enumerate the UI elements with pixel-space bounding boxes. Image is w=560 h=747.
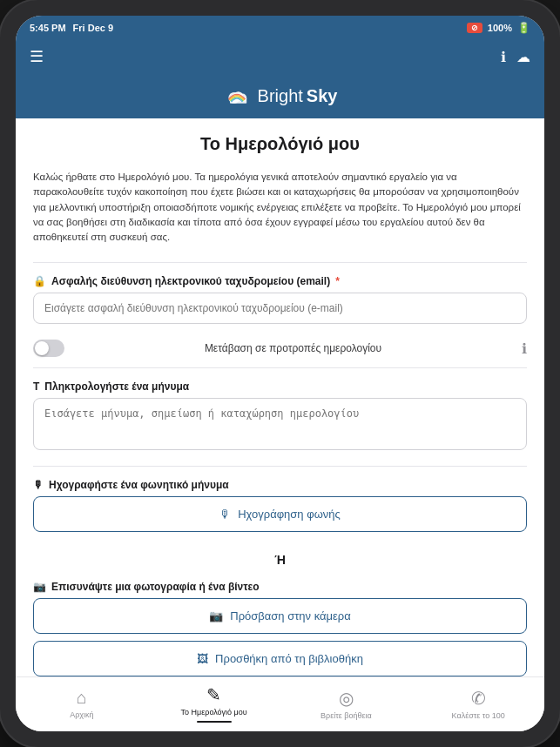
camera-button-icon: 📷 (209, 609, 223, 622)
divider-1 (33, 262, 527, 263)
email-section: 🔒 Ασφαλής διεύθυνση ηλεκτρονικού ταχυδρο… (16, 266, 544, 333)
call-icon: ✆ (471, 688, 486, 709)
or-text: Ή (274, 553, 286, 567)
app-title-sky: Sky (307, 86, 338, 106)
app-header: Bright Sky (16, 73, 544, 118)
library-button-icon: 🖼 (197, 652, 208, 665)
status-bar: 5:45 PM Fri Dec 9 ⊘ 100% 🔋 (16, 16, 544, 40)
menu-icon[interactable]: ☰ (30, 47, 44, 66)
info-nav-icon[interactable]: ℹ (501, 49, 506, 65)
mic-button-icon: 🎙 (219, 508, 231, 521)
cloud-nav-icon[interactable]: ☁ (516, 49, 530, 65)
app-title-bright: Bright (258, 86, 303, 106)
photo-section: 📷 Επισυνάψτε μια φωτογραφία ή ένα βίντεο… (16, 572, 544, 676)
status-right: ⊘ 100% 🔋 (467, 22, 530, 34)
lock-icon: 🔒 (33, 275, 46, 287)
tab-home-label: Αρχική (70, 710, 93, 719)
camera-button[interactable]: 📷 Πρόσβαση στην κάμερα (33, 598, 527, 634)
page-title: Το Ημερολόγιό μου (16, 118, 544, 163)
battery-percent: 100% (488, 23, 512, 33)
battery-badge: ⊘ (467, 23, 482, 33)
tab-call-label: Καλέστε το 100 (452, 711, 505, 720)
diary-toggle[interactable] (33, 340, 64, 357)
divider-3 (33, 466, 527, 467)
tab-help[interactable]: ◎ Βρείτε βοήθεια (280, 688, 413, 720)
toggle-label: Μετάβαση σε προτροπές ημερολογίου (205, 342, 381, 354)
app-title: Bright Sky (258, 86, 338, 106)
library-button[interactable]: 🖼 Προσθήκη από τη βιβλιοθήκη (33, 641, 527, 676)
tab-help-label: Βρείτε βοήθεια (320, 711, 372, 720)
divider-2 (33, 367, 527, 368)
nav-icons: ℹ ☁ (501, 49, 530, 65)
photo-label: 📷 Επισυνάψτε μια φωτογραφία ή ένα βίντεο (33, 581, 527, 593)
battery-icon: 🔋 (517, 22, 530, 34)
tab-active-indicator (197, 721, 232, 723)
text-icon: T (33, 380, 39, 393)
message-label: T Πληκτρολογήστε ένα μήνυμα (33, 380, 527, 393)
tab-call[interactable]: ✆ Καλέστε το 100 (412, 688, 544, 720)
photo-label-icon: 📷 (33, 581, 46, 593)
email-label: 🔒 Ασφαλής διεύθυνση ηλεκτρονικού ταχυδρο… (33, 275, 527, 287)
message-textarea[interactable] (33, 398, 527, 450)
diary-icon: ✎ (206, 684, 221, 705)
nav-bar: ☰ ℹ ☁ (16, 40, 544, 73)
record-voice-button[interactable]: 🎙 Ηχογράφηση φωνής (33, 496, 527, 532)
required-star: * (335, 275, 340, 287)
email-input[interactable] (33, 293, 527, 324)
device-screen: 5:45 PM Fri Dec 9 ⊘ 100% 🔋 ☰ ℹ ☁ (16, 16, 544, 731)
tab-diary-label: Το Ημερολόγιό μου (181, 708, 247, 717)
intro-text: Καλώς ήρθατε στο Ημερολόγιό μου. Τα ημερ… (16, 163, 544, 259)
mic-label-icon: 🎙 (33, 479, 44, 491)
toggle-row: Μετάβαση σε προτροπές ημερολογίου ℹ (16, 333, 544, 364)
help-icon: ◎ (339, 688, 354, 709)
device-frame: 5:45 PM Fri Dec 9 ⊘ 100% 🔋 ☰ ℹ ☁ (0, 0, 560, 747)
voice-section: 🎙 Ηχογραφήστε ένα φωνητικό μήνυμα 🎙 Ηχογ… (16, 470, 544, 548)
voice-label: 🎙 Ηχογραφήστε ένα φωνητικό μήνυμα (33, 479, 527, 491)
or-divider: Ή (16, 548, 544, 572)
tab-home[interactable]: ⌂ Αρχική (16, 688, 148, 719)
app-logo (223, 85, 251, 106)
toggle-info-icon[interactable]: ℹ (522, 340, 527, 357)
status-date: Fri Dec 9 (73, 23, 113, 33)
home-icon: ⌂ (77, 688, 87, 708)
main-content: Το Ημερολόγιό μου Καλώς ήρθατε στο Ημερο… (16, 118, 544, 676)
tab-diary[interactable]: ✎ Το Ημερολόγιό μου (148, 684, 280, 723)
status-time: 5:45 PM (30, 23, 66, 33)
tab-bar: ⌂ Αρχική ✎ Το Ημερολόγιό μου ◎ Βρείτε βο… (16, 676, 544, 731)
message-section: T Πληκτρολογήστε ένα μήνυμα (16, 372, 544, 462)
